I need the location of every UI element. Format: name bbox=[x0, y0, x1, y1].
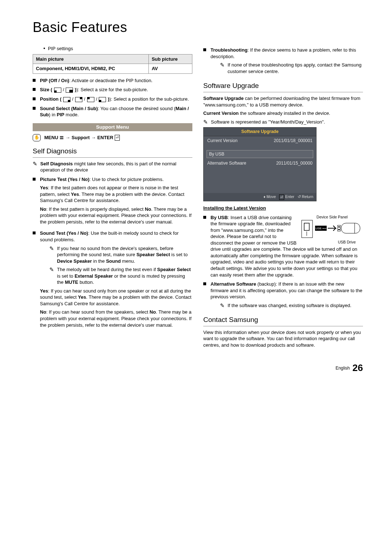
picture-test-item: Picture Test (Yes / No): Use to check fo… bbox=[33, 176, 192, 227]
sw-intro: Software Upgrade can be performed downlo… bbox=[203, 95, 363, 108]
contact-text: View this information when your device d… bbox=[203, 329, 363, 348]
picture-test-label: Picture Test (Yes / No) bbox=[40, 177, 89, 182]
menu-grid-icon: 𝌆 bbox=[60, 134, 64, 141]
pip-settings-label: PIP settings bbox=[48, 45, 73, 52]
diagram-drive-label: USB Drive bbox=[301, 239, 363, 245]
pip-th-sub: Sub picture bbox=[148, 54, 192, 64]
position-text: ): Select a position for the sub-picture… bbox=[109, 96, 189, 102]
self-diag-note: ✎ Self Diagnosis might take few seconds,… bbox=[33, 161, 192, 173]
svg-rect-4 bbox=[338, 225, 340, 231]
usb-diagram: Device Side Panel USB ⟵ US bbox=[301, 214, 363, 245]
pip-th-main: Main picture bbox=[33, 54, 149, 64]
enter-icon: ⏎ bbox=[115, 135, 120, 141]
osd-by-usb: By USB bbox=[207, 150, 313, 158]
position-item: Position ( / / / )): Select a position f… bbox=[33, 96, 192, 102]
software-upgrade-heading: Software Upgrade bbox=[203, 81, 363, 90]
size-item: Size ( / )): Select a size for the sub-p… bbox=[33, 86, 192, 93]
alt-sw-label: Alternative Software bbox=[211, 281, 256, 287]
osd-cv-value: 2011/01/18_000001 bbox=[274, 138, 313, 144]
hand-icon: ✎ bbox=[220, 303, 225, 309]
hand-icon: ✎ bbox=[49, 246, 54, 265]
support-menu-bar: Support Menu bbox=[33, 123, 192, 131]
left-column: PIP settings Main picture Sub picture Co… bbox=[33, 44, 192, 350]
pip-td-main: Component, HDMI1/DVI, HDMI2, PC bbox=[33, 64, 149, 74]
footer-page-number: 26 bbox=[352, 362, 363, 373]
size-label: Size ( bbox=[40, 87, 52, 92]
hand-icon: ✎ bbox=[49, 267, 54, 286]
osd-cv-label: Current Version bbox=[207, 138, 237, 144]
pip-settings-bullet: PIP settings bbox=[44, 45, 192, 52]
osd-alt-label: Alternative Software bbox=[207, 160, 246, 166]
alt-sw-note: ✎ If the software was changed, existing … bbox=[220, 302, 363, 309]
current-version-line: Current Version the software already ins… bbox=[203, 110, 363, 117]
right-column: Troubleshooting: If the device seems to … bbox=[203, 44, 363, 350]
svg-rect-7 bbox=[341, 223, 360, 233]
page-title: Basic Features bbox=[33, 18, 363, 37]
diagram-panel-label: Device Side Panel bbox=[301, 214, 363, 219]
sw-note: ✎ Software is represented as "Year/Month… bbox=[203, 119, 363, 125]
svg-rect-0 bbox=[302, 220, 313, 238]
size-text: ): Select a size for the sub-picture. bbox=[76, 87, 148, 92]
size-icon-large bbox=[66, 88, 73, 93]
svg-rect-6 bbox=[338, 229, 340, 230]
troubleshooting-label: Troubleshooting bbox=[211, 47, 248, 53]
by-usb-item: Device Side Panel USB ⟵ US bbox=[203, 214, 363, 278]
install-heading: Installing the Latest Version bbox=[203, 205, 363, 211]
pip-onoff-text: : Activate or deactivate the PIP functio… bbox=[69, 78, 153, 83]
footer-lang: English bbox=[335, 366, 350, 371]
sound-test-label: Sound Test (Yes / No) bbox=[40, 230, 88, 236]
sound-select-item: Sound Select (Main / Sub): You can choos… bbox=[33, 105, 192, 118]
contact-samsung-heading: Contact Samsung bbox=[203, 315, 363, 325]
pos-icon-4 bbox=[99, 97, 106, 102]
page-footer: English 26 bbox=[33, 362, 363, 374]
alternative-software-item: Alternative Software (backup): If there … bbox=[203, 281, 363, 311]
menu-path: ✋ MENU 𝌆 → Support → ENTER ⏎ bbox=[33, 134, 192, 141]
sound-test-note2: ✎ The melody will be heard during the te… bbox=[49, 266, 192, 286]
return-icon: ↺ bbox=[298, 194, 302, 199]
sound-select-label: Sound Select (Main / Sub) bbox=[40, 106, 98, 111]
self-diagnosis-heading: Self Diagnosis bbox=[33, 146, 192, 156]
svg-rect-1 bbox=[304, 223, 309, 230]
pip-onoff-label: PIP (Off / On) bbox=[40, 78, 69, 83]
enter-icon: ⏎ bbox=[279, 194, 284, 200]
sound-test-item: Sound Test (Yes / No): Use the built-in … bbox=[33, 230, 192, 330]
hand-icon: ✎ bbox=[203, 119, 208, 125]
pip-td-sub: AV bbox=[148, 64, 192, 74]
position-label: Position ( bbox=[40, 96, 61, 102]
svg-rect-5 bbox=[338, 226, 340, 227]
pos-icon-3 bbox=[87, 97, 94, 102]
osd-alt-value: 2011/01/15_00000 bbox=[276, 160, 313, 166]
size-icon-small bbox=[54, 88, 61, 93]
usb-port-label: USB ⟵ bbox=[315, 227, 327, 230]
remote-icon: ✋ bbox=[33, 134, 41, 141]
hand-icon: ✎ bbox=[220, 62, 225, 74]
hand-icon: ✎ bbox=[33, 161, 37, 173]
pip-onoff-item: PIP (Off / On): Activate or deactivate t… bbox=[33, 77, 192, 84]
osd-footer: ♦ Move ⏎ Enter ↺ Return bbox=[204, 193, 316, 201]
pip-table: Main picture Sub picture Component, HDMI… bbox=[33, 54, 192, 74]
pos-icon-2 bbox=[75, 97, 82, 102]
osd-title: Software Upgrade bbox=[204, 128, 316, 136]
by-usb-label: By USB bbox=[211, 215, 228, 220]
osd-panel: Software Upgrade Current Version 2011/01… bbox=[203, 127, 317, 201]
troubleshooting-note: ✎ If none of these troubleshooting tips … bbox=[220, 62, 363, 74]
troubleshooting-item: Troubleshooting: If the device seems to … bbox=[203, 47, 363, 77]
pos-icon-1 bbox=[63, 97, 70, 102]
sound-test-note1: ✎ If you hear no sound from the device's… bbox=[49, 245, 192, 265]
